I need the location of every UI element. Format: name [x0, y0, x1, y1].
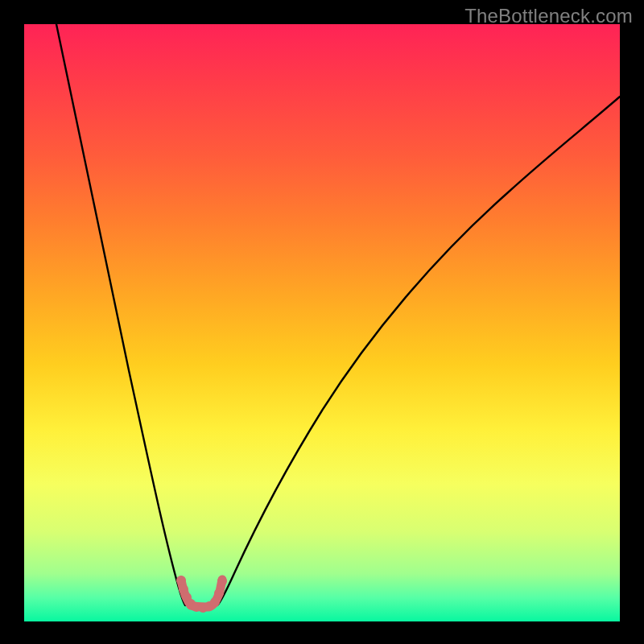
svg-point-0: [176, 576, 186, 585]
valley-highlight-dots: [176, 576, 227, 613]
left-curve: [56, 24, 185, 605]
chart-frame: TheBottleneck.com: [0, 0, 644, 644]
svg-point-8: [214, 588, 224, 598]
curve-svg: [24, 24, 620, 621]
right-curve: [217, 97, 620, 605]
watermark-label: TheBottleneck.com: [464, 5, 633, 27]
svg-point-7: [210, 597, 220, 607]
svg-point-9: [217, 576, 227, 586]
plot-area: [24, 24, 620, 621]
